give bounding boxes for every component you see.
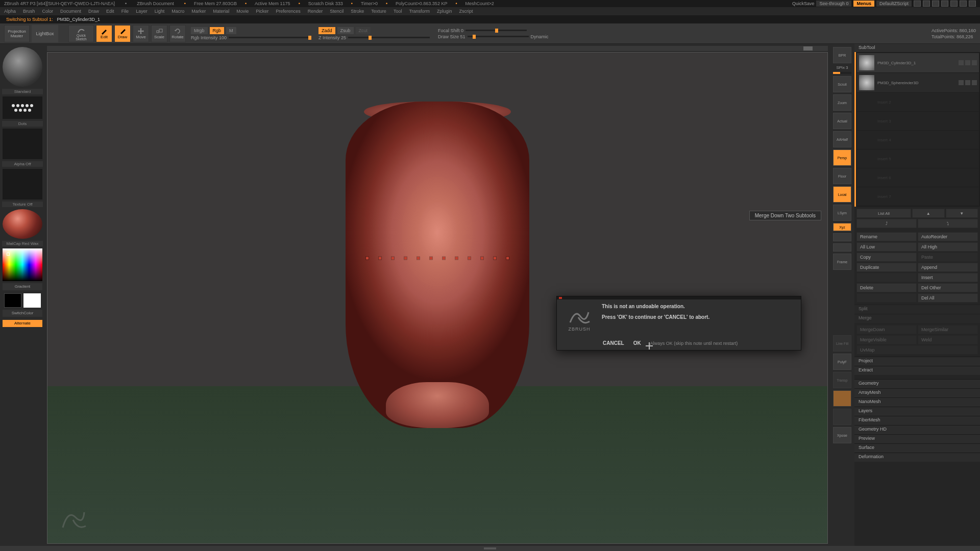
extract-section[interactable]: Extract bbox=[854, 366, 980, 375]
xyz-button[interactable]: Xyz bbox=[833, 223, 851, 231]
see-through[interactable]: See-through 0 bbox=[816, 1, 851, 7]
scale-button[interactable]: Scale bbox=[151, 25, 167, 42]
section-preview[interactable]: Preview bbox=[854, 434, 980, 443]
mergedown-button[interactable]: MergeDown bbox=[856, 325, 917, 334]
section-arraymesh[interactable]: ArrayMesh bbox=[854, 388, 980, 397]
uvmap-toggle[interactable]: UvMap bbox=[856, 345, 978, 355]
section-geometry[interactable]: Geometry bbox=[854, 379, 980, 388]
edit-button[interactable]: Edit bbox=[96, 25, 112, 42]
menu-edit[interactable]: Edit bbox=[106, 9, 114, 14]
window-btn-7[interactable] bbox=[969, 1, 976, 7]
window-btn-6[interactable] bbox=[960, 1, 967, 7]
z-intensity-slider[interactable] bbox=[348, 37, 430, 38]
menu-alpha[interactable]: Alpha bbox=[4, 9, 16, 14]
section-surface[interactable]: Surface bbox=[854, 443, 980, 453]
swatch-primary[interactable] bbox=[23, 293, 41, 308]
menu-picker[interactable]: Picker bbox=[256, 9, 268, 14]
menu-document[interactable]: Document bbox=[60, 9, 81, 14]
solo-button[interactable] bbox=[833, 409, 851, 425]
menu-stroke[interactable]: Stroke bbox=[351, 9, 364, 14]
zsub-chip[interactable]: Zsub bbox=[337, 27, 354, 34]
menu-transform[interactable]: Transform bbox=[409, 9, 430, 14]
mergesimilar-button[interactable]: MergeSimilar bbox=[918, 325, 978, 334]
merge-section[interactable]: Merge bbox=[854, 314, 980, 323]
stroke-preview[interactable] bbox=[3, 96, 42, 119]
spix-label[interactable]: SPix 3 bbox=[836, 65, 848, 70]
rotate-button[interactable]: Rotate bbox=[169, 25, 186, 42]
actual-button[interactable]: Actual bbox=[833, 113, 851, 129]
texture-preview[interactable] bbox=[3, 169, 42, 199]
menu-stencil[interactable]: Stencil bbox=[330, 9, 344, 14]
m-small-1[interactable] bbox=[833, 233, 851, 241]
append-button[interactable]: Append bbox=[918, 263, 978, 272]
section-deformation[interactable]: Deformation bbox=[854, 453, 980, 462]
menu-preferences[interactable]: Preferences bbox=[276, 9, 301, 14]
menu-color[interactable]: Color bbox=[42, 9, 54, 14]
move-up-icon[interactable]: ⤴ bbox=[856, 219, 917, 228]
brush-icon[interactable] bbox=[965, 80, 970, 85]
brush-preview[interactable] bbox=[3, 47, 42, 87]
project-section[interactable]: Project bbox=[854, 357, 980, 366]
switch-color-button[interactable]: SwitchColor bbox=[3, 310, 42, 317]
zadd-chip[interactable]: Zadd bbox=[318, 27, 335, 34]
alpha-preview[interactable] bbox=[3, 129, 42, 159]
vis-icon[interactable] bbox=[972, 60, 977, 65]
window-btn-3[interactable] bbox=[932, 1, 939, 7]
lf-button[interactable]: Line Fill bbox=[833, 335, 851, 352]
swatch-secondary[interactable] bbox=[4, 293, 21, 308]
gradient-button[interactable]: Gradient bbox=[3, 283, 42, 290]
xpose-button[interactable]: Xpose bbox=[833, 427, 851, 443]
del-all-button[interactable]: Del All bbox=[918, 293, 978, 303]
aahalf-button[interactable]: AAHalf bbox=[833, 131, 851, 147]
canvas-scrollbar[interactable] bbox=[47, 46, 828, 51]
rgb-intensity-slider[interactable] bbox=[229, 37, 310, 38]
menus-button[interactable]: Menus bbox=[853, 1, 874, 7]
default-zscript[interactable]: DefaultZScript bbox=[876, 1, 912, 7]
persp-button[interactable]: Persp bbox=[833, 149, 851, 166]
copy-button[interactable]: Copy bbox=[856, 253, 917, 262]
menu-brush[interactable]: Brush bbox=[23, 9, 35, 14]
vis-icon[interactable] bbox=[972, 80, 977, 85]
zoom-button[interactable]: Zoom bbox=[833, 94, 851, 111]
mrgb-chip[interactable]: Mrgb bbox=[191, 27, 208, 34]
menu-render[interactable]: Render bbox=[308, 9, 323, 14]
menu-file[interactable]: File bbox=[121, 9, 129, 14]
window-btn-5[interactable] bbox=[950, 1, 958, 7]
quicksave-button[interactable]: QuickSave bbox=[792, 1, 815, 6]
scroll-button[interactable]: Scroll bbox=[833, 76, 851, 92]
dialog-titlebar[interactable] bbox=[557, 296, 801, 299]
frame-button[interactable]: Frame bbox=[833, 254, 851, 270]
eye-icon[interactable] bbox=[959, 60, 964, 65]
color-picker[interactable] bbox=[3, 248, 42, 281]
insert-button[interactable]: Insert bbox=[918, 273, 978, 282]
menu-zscript[interactable]: Zscript bbox=[459, 9, 473, 14]
move-down-icon[interactable]: ⤵ bbox=[918, 219, 978, 228]
draw-size-slider[interactable] bbox=[468, 36, 529, 37]
section-layers[interactable]: Layers bbox=[854, 407, 980, 416]
resize-grip[interactable] bbox=[484, 547, 496, 549]
projection-master-button[interactable]: Projection Master bbox=[4, 25, 30, 42]
ok-button[interactable]: OK bbox=[633, 340, 641, 346]
rgb-chip[interactable]: Rgb bbox=[210, 27, 225, 34]
polyf-button[interactable]: PolyF bbox=[833, 354, 851, 370]
all-low-button[interactable]: All Low bbox=[856, 242, 917, 252]
zcut-chip[interactable]: Zcut bbox=[356, 27, 371, 34]
floor-button[interactable]: Floor bbox=[833, 168, 851, 184]
section-fibermesh[interactable]: FiberMesh bbox=[854, 416, 980, 425]
menu-macro[interactable]: Macro bbox=[172, 9, 184, 14]
arrow-up-icon[interactable]: ▲ bbox=[912, 209, 945, 218]
quicksketch-button[interactable]: Quick Sketch bbox=[68, 25, 94, 42]
m-chip[interactable]: M bbox=[226, 27, 236, 34]
subtool-header[interactable]: SubTool bbox=[854, 44, 980, 52]
alternate-button[interactable]: Alternate bbox=[3, 320, 42, 327]
always-ok-button[interactable]: Always OK (skip this note until next res… bbox=[650, 341, 738, 346]
list-all-button[interactable]: List All bbox=[856, 209, 911, 218]
dynamic-label[interactable]: Dynamic bbox=[531, 34, 549, 39]
lightbox-button[interactable]: LightBox bbox=[32, 25, 58, 42]
duplicate-button[interactable]: Duplicate bbox=[856, 263, 917, 272]
menu-material[interactable]: Material bbox=[213, 9, 229, 14]
paste-button[interactable]: Paste bbox=[918, 253, 978, 262]
focal-shift-slider[interactable] bbox=[465, 30, 527, 31]
brush-icon[interactable] bbox=[965, 60, 970, 65]
menu-movie[interactable]: Movie bbox=[236, 9, 249, 14]
